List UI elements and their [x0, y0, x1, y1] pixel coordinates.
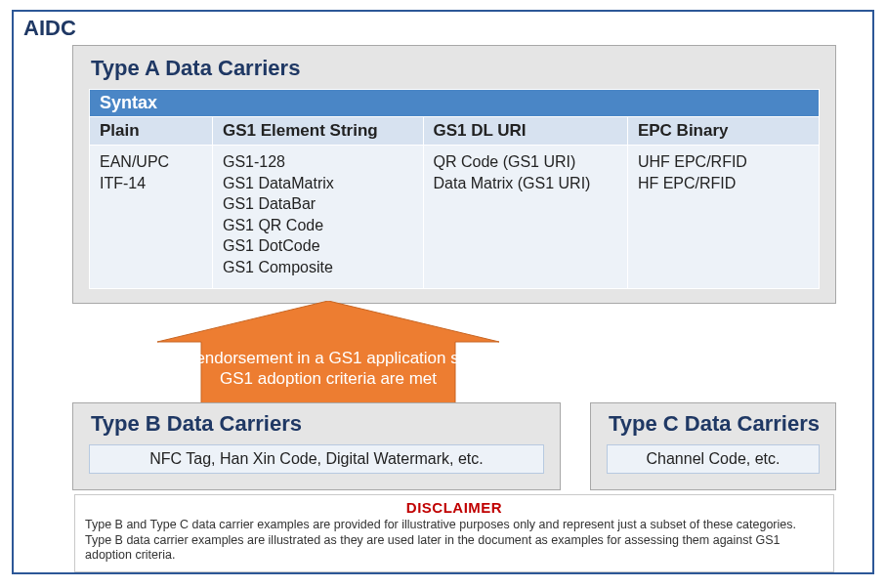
type-a-title: Type A Data Carriers — [91, 56, 820, 81]
syntax-header: Syntax — [90, 90, 820, 117]
type-a-panel: Type A Data Carriers Syntax Plain GS1 El… — [72, 45, 836, 304]
disclaimer-title: DISCLAIMER — [85, 499, 823, 516]
cell-plain: EAN/UPCITF-14 — [90, 146, 213, 289]
syntax-table: Syntax Plain GS1 Element String GS1 DL U… — [89, 89, 820, 289]
disclaimer-panel: DISCLAIMER Type B and Type C data carrie… — [74, 494, 834, 572]
col-header-plain: Plain — [90, 117, 213, 146]
type-b-examples: NFC Tag, Han Xin Code, Digital Watermark… — [89, 444, 544, 474]
type-b-panel: Type B Data Carriers NFC Tag, Han Xin Co… — [72, 402, 561, 490]
type-c-title: Type C Data Carriers — [609, 411, 820, 437]
cell-element: GS1-128GS1 DataMatrixGS1 DataBarGS1 QR C… — [212, 146, 423, 289]
arrow-text: Possible endorsement in a GS1 applicatio… — [123, 348, 533, 390]
col-header-element: GS1 Element String — [212, 117, 423, 146]
aidc-title: AIDC — [23, 16, 76, 41]
endorsement-arrow: Possible endorsement in a GS1 applicatio… — [113, 301, 543, 414]
col-header-dluri: GS1 DL URI — [423, 117, 627, 146]
type-c-panel: Type C Data Carriers Channel Code, etc. — [590, 402, 836, 490]
type-c-examples: Channel Code, etc. — [607, 444, 820, 474]
type-b-title: Type B Data Carriers — [91, 411, 544, 437]
col-header-epc: EPC Binary — [627, 117, 819, 146]
aidc-container: AIDC Type A Data Carriers Syntax Plain G… — [12, 10, 874, 574]
cell-epc: UHF EPC/RFIDHF EPC/RFID — [627, 146, 819, 289]
cell-dluri: QR Code (GS1 URI)Data Matrix (GS1 URI) — [423, 146, 627, 289]
disclaimer-body: Type B and Type C data carrier examples … — [85, 518, 823, 564]
